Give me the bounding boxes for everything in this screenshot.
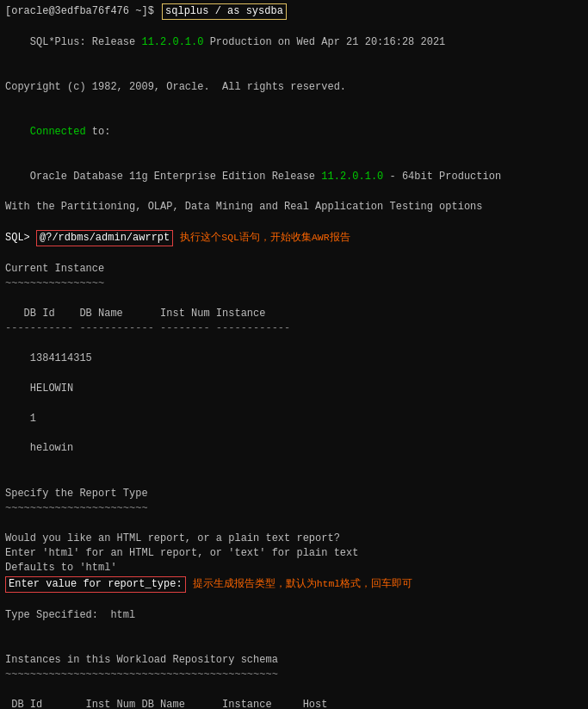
blank-line [5,215,583,229]
oracle-db-line2: With the Partitioning, OLAP, Data Mining… [5,200,583,215]
current-instance-header: Current Instance [5,262,583,277]
dash-line1: ----------- ------------ -------- ------… [5,321,583,336]
prompt-user: [oracle@3edfba76f476 ~]$ [5,4,154,19]
blank-line [5,683,583,698]
instance-data-row: 1384114315 HELOWIN 1 helowin [5,337,583,472]
report-q2: Enter 'html' for an HTML report, or 'tex… [5,546,583,561]
sql-command-box: @?/rdbms/admin/awrrpt [36,230,173,246]
blank-line [5,65,583,80]
blank-line [5,291,583,306]
specify-report-header: Specify the Report Type [5,487,583,501]
sql-annotation: 执行这个SQL语句，开始收集AWR报告 [180,231,350,246]
tilde-line2: ~~~~~~~~~~~~~~~~~~~~~~~ [5,501,583,516]
type-specified-line: Type Specified: html [5,608,583,623]
terminal-window: [oracle@3edfba76f476 ~]$ sqlplus / as sy… [0,0,588,709]
command-sqlplus: sqlplus / as sysdba [162,3,287,20]
blank-line [5,516,583,531]
prompt-line: [oracle@3edfba76f476 ~]$ sqlplus / as sy… [5,3,583,20]
blank-line [5,623,583,637]
connected-line: Connected to: [5,110,583,155]
sql-prompt: SQL> [5,231,36,246]
row1-instnum: 1 [30,413,36,425]
blank-line [5,246,583,261]
sqlplus-version-line: SQL*Plus: Release 11.2.0.1.0 Production … [5,20,583,65]
instances-header: Instances in this Workload Repository sc… [5,653,583,668]
connected-rest: to: [86,126,111,138]
inst-col-header: DB Id Inst Num DB Name Instance Host [5,698,583,709]
sqlplus-label2: Production on Wed Apr 21 20:16:28 2021 [203,36,445,48]
col-header-row: DB Id DB Name Inst Num Instance [5,307,583,321]
oracle-db-line1: Oracle Database 11g Enterprise Edition R… [5,155,583,200]
row1-dbid: 1384114315 [30,352,92,364]
blank-line [5,637,583,652]
copyright-line: Copyright (c) 1982, 2009, Oracle. All ri… [5,80,583,95]
report-type-input-box: Enter value for report_type: [5,576,186,593]
report-q1: Would you like an HTML report, or a plai… [5,532,583,546]
blank-line [5,593,583,607]
blank-line [5,471,583,486]
sqlplus-label: SQL*Plus: Release [30,36,142,48]
enter-report-type-line: Enter value for report_type: 提示生成报告类型，默认… [5,576,583,593]
tilde-line1: ~~~~~~~~~~~~~~~~ [5,277,583,291]
sql-prompt-line: SQL> @?/rdbms/admin/awrrpt 执行这个SQL语句，开始收… [5,230,583,246]
row1-instance: helowin [30,442,73,454]
version-number: 11.2.0.1.0 [141,36,203,48]
report-q3: Defaults to 'html' [5,561,583,575]
tilde-line3: ~~~~~~~~~~~~~~~~~~~~~~~~~~~~~~~~~~~~~~~~… [5,668,583,682]
report-type-annotation: 提示生成报告类型，默认为html格式，回车即可 [193,577,413,592]
blank-line [5,95,583,109]
connected-word: Connected [30,126,86,138]
row1-dbname: HELOWIN [30,382,73,395]
